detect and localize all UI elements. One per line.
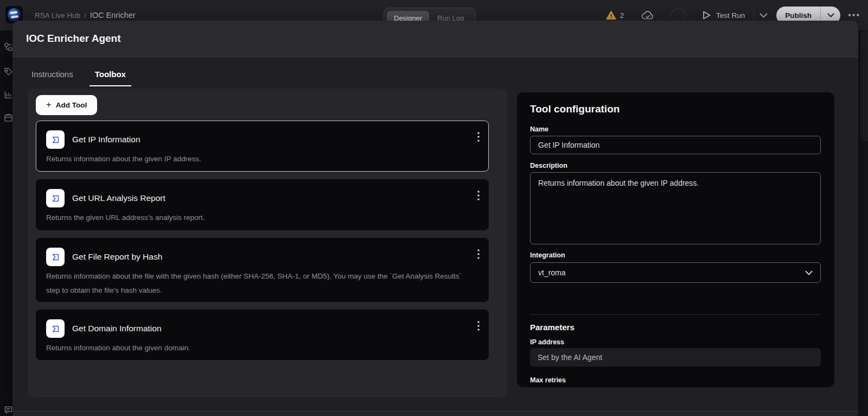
ip-address-input[interactable]: Set by the AI Agent	[530, 348, 821, 367]
modal-header: IOC Enricher Agent	[12, 21, 858, 57]
breadcrumb-root[interactable]: RSA Live Hub	[35, 11, 80, 20]
tool-name: Get Domain Information	[72, 324, 162, 333]
tool-name: Get IP Information	[72, 135, 141, 144]
cloud-sync-icon[interactable]	[641, 10, 655, 21]
tool-list-panel: + Add Tool Get IP Information Returns in…	[28, 89, 507, 397]
tool-step-icon	[46, 248, 65, 266]
max-retries-label: Max retries	[530, 376, 821, 384]
warning-icon	[606, 10, 616, 20]
background-panel	[860, 31, 868, 141]
tool-step-icon	[46, 130, 65, 149]
kebab-menu-icon[interactable]	[477, 321, 480, 331]
tab-toolbox[interactable]: Toolbox	[90, 65, 131, 86]
integration-label: Integration	[530, 251, 821, 259]
tool-description: Returns information about the file with …	[46, 269, 475, 298]
publish-dropdown-button[interactable]	[821, 13, 840, 17]
integration-select[interactable]: vt_roma	[530, 262, 821, 283]
kebab-menu-icon[interactable]	[477, 132, 480, 142]
ip-address-label: IP address	[530, 338, 821, 346]
tab-instructions[interactable]: Instructions	[26, 65, 79, 86]
divider	[754, 9, 754, 21]
tool-configuration-panel: Tool configuration Name Get IP Informati…	[517, 92, 834, 387]
more-options-button[interactable]: •••	[848, 10, 860, 20]
breadcrumb-current: IOC Enricher	[90, 11, 136, 20]
description-label: Description	[530, 162, 821, 169]
divider	[530, 314, 821, 315]
chevron-down-icon	[805, 270, 813, 275]
description-textarea[interactable]: Returns information about the given IP a…	[530, 172, 821, 244]
ip-address-value: Set by the AI Agent	[538, 353, 602, 362]
integration-value: vt_roma	[538, 268, 566, 277]
description-value: Returns information about the given IP a…	[538, 179, 699, 187]
name-input[interactable]: Get IP Information	[530, 136, 821, 154]
modal-footer	[12, 412, 858, 416]
tool-description: Returns information about the given IP a…	[46, 152, 475, 166]
sidebar-item-help[interactable]	[4, 405, 13, 414]
modal-title: IOC Enricher Agent	[26, 33, 121, 45]
breadcrumb-separator: /	[84, 11, 86, 20]
modal-tabs: Instructions Toolbox	[26, 65, 131, 86]
tool-name: Get File Report by Hash	[72, 252, 162, 262]
sidebar-item-cases[interactable]	[4, 113, 13, 122]
tool-step-icon	[46, 319, 65, 338]
name-label: Name	[530, 125, 821, 133]
tool-card-get-url-analysis-report[interactable]: Get URL Analysis Report Returns the give…	[36, 179, 489, 230]
warning-indicator[interactable]: 2	[606, 10, 624, 20]
add-tool-label: Add Tool	[56, 101, 87, 109]
publish-button[interactable]: Publish	[776, 11, 820, 20]
name-value: Get IP Information	[538, 141, 599, 149]
parameters-title: Parameters	[530, 323, 821, 332]
test-run-label: Test Run	[716, 11, 745, 20]
sidebar-item-tags[interactable]	[4, 67, 13, 76]
config-panel-title: Tool configuration	[530, 103, 821, 115]
chevron-down-icon[interactable]	[760, 13, 768, 18]
tool-description: Returns information about the given doma…	[46, 341, 475, 355]
agent-modal: IOC Enricher Agent Instructions Toolbox …	[12, 21, 858, 416]
sidebar-item-analytics[interactable]	[4, 90, 13, 99]
tool-card-get-ip-information[interactable]: Get IP Information Returns information a…	[36, 121, 489, 172]
tool-name: Get URL Analysis Report	[72, 193, 165, 203]
play-icon	[702, 10, 711, 20]
tool-step-icon	[46, 189, 65, 207]
add-tool-button[interactable]: + Add Tool	[36, 95, 97, 115]
tool-card-get-domain-information[interactable]: Get Domain Information Returns informati…	[36, 310, 489, 360]
test-run-button[interactable]: Test Run	[702, 10, 745, 20]
warning-count: 2	[620, 11, 624, 20]
sidebar-item-workflows[interactable]	[4, 42, 13, 52]
tool-card-get-file-report-by-hash[interactable]: Get File Report by Hash Returns informat…	[36, 238, 489, 302]
tool-description: Returns the given URL address's analysis…	[46, 211, 475, 225]
plus-icon: +	[46, 99, 52, 110]
kebab-menu-icon[interactable]	[477, 249, 480, 259]
kebab-menu-icon[interactable]	[477, 191, 480, 200]
